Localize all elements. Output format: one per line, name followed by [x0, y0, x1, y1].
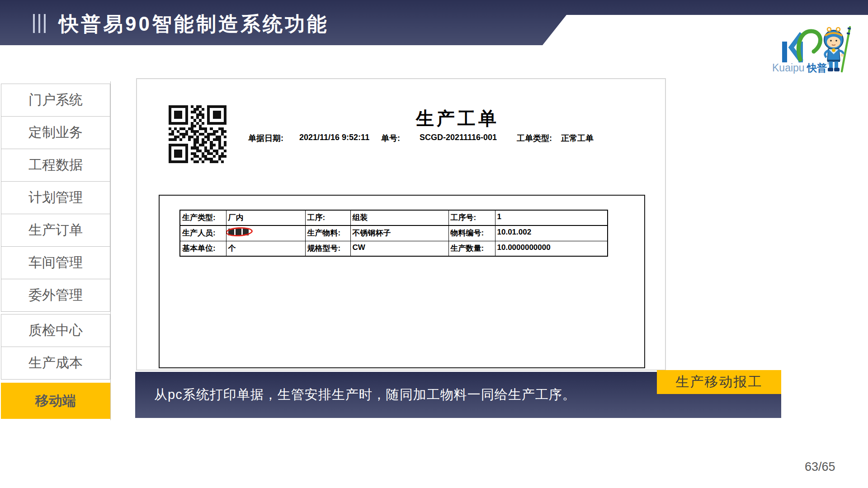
- sidebar-item-label: 委外管理: [28, 286, 83, 305]
- sidebar-item-label: 门户系统: [28, 91, 83, 109]
- sidebar-item-plan-management[interactable]: 计划管理: [1, 181, 110, 214]
- sidebar-item-production-orders[interactable]: 生产订单: [1, 214, 110, 247]
- sidebar-item-production-cost[interactable]: 生产成本: [1, 347, 110, 380]
- cell-value: 10.01.002: [495, 225, 608, 241]
- cell-label: 生产类型:: [180, 210, 226, 225]
- cell-value: 不锈钢杯子: [350, 225, 448, 241]
- cell-value: 厂内: [226, 210, 305, 225]
- brand-logo: Kuaipu 快普 ®: [769, 23, 854, 75]
- cell-value: 10.0000000000: [495, 241, 608, 256]
- sidebar-item-portal[interactable]: 门户系统: [1, 84, 110, 117]
- cell-label: 生产人员:: [180, 225, 226, 241]
- cell-value-redacted: [226, 225, 305, 241]
- table-row: 生产类型: 厂内 工序: 组装 工序号: 1: [180, 210, 608, 225]
- field-label-date: 单据日期:: [248, 133, 283, 144]
- header-banner: 快普易90智能制造系统功能: [0, 0, 868, 45]
- field-value-order-type: 正常工单: [561, 133, 594, 144]
- sidebar-item-mobile-active[interactable]: 移动端: [1, 383, 110, 419]
- cell-label: 基本单位:: [180, 241, 226, 256]
- slide: 快普易90智能制造系统功能 Kuaipu 快普 ®: [0, 0, 868, 488]
- work-order-sheet-outline: 生产类型: 厂内 工序: 组装 工序号: 1 生产人员: 生产物料:: [159, 195, 645, 368]
- work-order-title: 生产工单: [411, 106, 504, 131]
- sidebar-item-label: 质检中心: [28, 321, 83, 340]
- sidebar-item-label: 定制业务: [28, 123, 83, 142]
- sidebar-item-engineering-data[interactable]: 工程数据: [1, 149, 110, 182]
- sidebar-right-border: [110, 81, 111, 420]
- sidebar-item-custom-business[interactable]: 定制业务: [1, 116, 110, 149]
- work-order-header-fields: 单据日期: 2021/11/16 9:52:11 单号: SCGD-202111…: [137, 133, 665, 145]
- page-title: 快普易90智能制造系统功能: [59, 11, 329, 38]
- cell-label: 生产物料:: [305, 225, 350, 241]
- work-order-table: 生产类型: 厂内 工序: 组装 工序号: 1 生产人员: 生产物料:: [179, 210, 608, 257]
- field-label-order-no: 单号:: [381, 133, 400, 144]
- page-indicator: 63/65: [805, 460, 835, 474]
- sidebar-menu: 门户系统 定制业务 工程数据 计划管理 生产订单 车间管理 委外管理 质检中心 …: [1, 84, 110, 419]
- cell-value: 组装: [350, 210, 448, 225]
- sidebar-item-label: 车间管理: [28, 253, 83, 272]
- sidebar-item-label: 移动端: [35, 392, 76, 410]
- sidebar-item-quality-center[interactable]: 质检中心: [1, 314, 110, 347]
- cell-label: 生产数量:: [448, 241, 495, 256]
- cell-label: 工序号:: [448, 210, 495, 225]
- brand-word-cn: 快普: [806, 62, 827, 74]
- kp-monogram-icon: [782, 31, 821, 62]
- red-scribble-icon: [226, 226, 253, 237]
- sidebar-item-workshop-management[interactable]: 车间管理: [1, 246, 110, 279]
- cell-value: 1: [495, 210, 608, 225]
- field-value-order-no: SCGD-20211116-001: [420, 133, 497, 142]
- field-value-date: 2021/11/16 9:52:11: [299, 133, 369, 142]
- caption-text: 从pc系统打印单据，生管安排生产时，随同加工物料一同给生产工序。: [135, 386, 576, 404]
- kuaipu-logo-graphic: Kuaipu 快普 ®: [769, 23, 854, 75]
- sidebar-item-label: 生产订单: [28, 221, 83, 239]
- sidebar-item-label: 计划管理: [28, 188, 83, 207]
- brand-word-en: Kuaipu: [772, 62, 805, 74]
- sidebar-item-outsourcing-management[interactable]: 委外管理: [1, 279, 110, 312]
- cell-label: 工序:: [305, 210, 350, 225]
- cell-label: 物料编号:: [448, 225, 495, 241]
- field-label-order-type: 工单类型:: [517, 133, 552, 144]
- redacted-name: [228, 229, 249, 235]
- cell-value: CW: [350, 241, 448, 256]
- table-row: 基本单位: 个 规格型号: CW 生产数量: 10.0000000000: [180, 241, 608, 256]
- triple-bar-icon: [33, 14, 46, 33]
- table-row: 生产人员: 生产物料: 不锈钢杯子 物料编号: 10.01.002: [180, 225, 608, 241]
- work-order-preview-panel: 生产工单 单据日期: 2021/11/16 9:52:11 单号: SCGD-2…: [136, 78, 666, 371]
- cell-label: 规格型号:: [305, 241, 350, 256]
- sidebar-item-label: 工程数据: [28, 156, 83, 174]
- sidebar-item-label: 生产成本: [28, 354, 83, 372]
- mobile-reporting-badge: 生产移动报工: [657, 370, 781, 394]
- cell-value: 个: [226, 241, 305, 256]
